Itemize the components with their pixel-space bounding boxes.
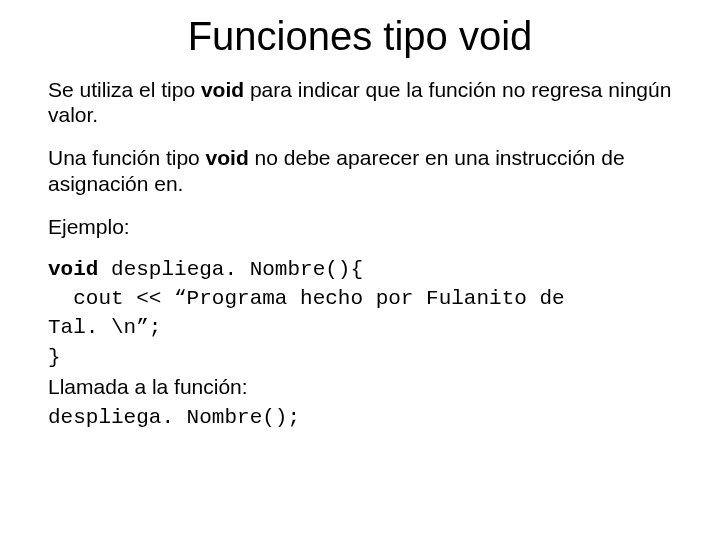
call-label: Llamada a la función: — [48, 374, 672, 399]
text: Se utiliza el tipo — [48, 78, 201, 101]
paragraph-2: Una función tipo void no debe aparecer e… — [48, 145, 672, 195]
code-line-4: } — [48, 345, 672, 370]
bold-void: void — [206, 146, 249, 169]
paragraph-1: Se utiliza el tipo void para indicar que… — [48, 77, 672, 127]
slide: Funciones tipo void Se utiliza el tipo v… — [0, 0, 720, 540]
slide-title: Funciones tipo void — [48, 14, 672, 59]
code-keyword: void — [48, 258, 98, 281]
slide-body: Se utiliza el tipo void para indicar que… — [48, 77, 672, 430]
text: Una función tipo — [48, 146, 206, 169]
example-label: Ejemplo: — [48, 214, 672, 239]
code-line-2: cout << “Programa hecho por Fulanito de — [48, 286, 672, 311]
bold-void: void — [201, 78, 244, 101]
code-line-1: void despliega. Nombre(){ — [48, 257, 672, 282]
code-line-3: Tal. \n”; — [48, 315, 672, 340]
call-code: despliega. Nombre(); — [48, 405, 672, 430]
code-text: despliega. Nombre(){ — [98, 258, 363, 281]
